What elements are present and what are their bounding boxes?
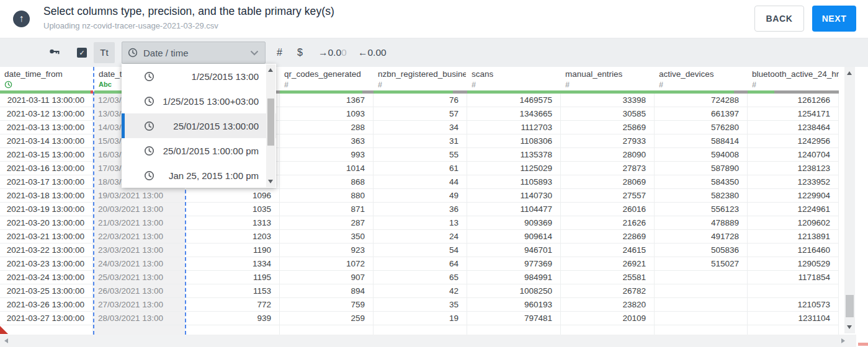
table-cell: 2021-03-26 13:00:00: [0, 298, 93, 312]
grid-column: scans#1469575134366511127031108306113537…: [467, 67, 561, 335]
table-cell: 24: [374, 230, 467, 244]
table-cell: 1209602: [748, 216, 839, 230]
table-cell: 1072: [280, 257, 374, 271]
horizontal-scrollbar[interactable]: [0, 335, 868, 347]
clock-icon: [128, 48, 138, 58]
table-cell: 1469575: [467, 94, 561, 107]
quality-bar-segment: [374, 90, 453, 94]
scrollbar-thumb[interactable]: [846, 295, 854, 317]
key-icon: [49, 46, 61, 56]
format-option[interactable]: 1/25/2015 13:00: [122, 64, 276, 89]
column-header[interactable]: manual_entries#: [561, 67, 655, 90]
table-cell: 2021-03-23 13:00:00: [0, 257, 93, 271]
table-cell: 2021-03-11 13:00:00: [0, 94, 93, 107]
table-cell: 350: [280, 230, 374, 244]
table-cell: [94, 325, 185, 335]
back-button[interactable]: BACK: [754, 6, 804, 32]
column-header[interactable]: date_time_from: [0, 67, 93, 90]
primary-key-icon[interactable]: [49, 46, 61, 59]
quality-bar: [561, 90, 655, 94]
table-cell: 556123: [655, 203, 748, 216]
format-option-label: 25/01/2015 1:00:00 pm: [163, 146, 259, 156]
next-button[interactable]: NEXT: [812, 6, 856, 32]
table-cell: 20/03/2021 13:00: [94, 203, 185, 216]
text-type-button[interactable]: Tt: [94, 42, 115, 63]
scrollbar-thumb[interactable]: [858, 343, 868, 346]
clock-icon: [144, 170, 154, 181]
table-cell: 65: [374, 271, 467, 284]
table-cell: 1313: [186, 216, 280, 230]
table-cell: 28090: [561, 148, 655, 162]
table-cell: 505836: [655, 244, 748, 257]
format-option[interactable]: Jan 25, 2015 1:00 pm: [122, 163, 276, 188]
scroll-up-icon[interactable]: [268, 68, 273, 72]
scroll-left-icon[interactable]: [4, 338, 8, 343]
table-cell: 1014: [280, 162, 374, 175]
column-name: date_t: [99, 69, 122, 79]
table-cell: 977369: [467, 257, 561, 271]
table-cell: 23820: [561, 298, 655, 312]
table-cell: 2021-03-12 13:00:00: [0, 107, 93, 121]
table-cell: 1008250: [467, 284, 561, 298]
currency-type-button[interactable]: $: [297, 47, 303, 58]
decrease-precision-button[interactable]: ←0.00: [358, 47, 387, 58]
column-header[interactable]: scans#: [467, 67, 561, 90]
format-option[interactable]: 25/01/2015 1:00:00 pm: [122, 138, 276, 163]
clock-icon: [144, 71, 154, 82]
table-cell: 2021-03-20 13:00:00: [0, 216, 93, 230]
column-header[interactable]: bluetooth_active_24_hr_#: [748, 67, 839, 90]
table-cell: 923: [280, 244, 374, 257]
table-cell: 724288: [655, 94, 748, 107]
table-cell: 30585: [561, 107, 655, 121]
table-cell: 1238464: [748, 121, 839, 134]
table-cell: 871: [280, 203, 374, 216]
toolbar: ✓ Tt Date / time # $ →0.00 ←0.00: [0, 38, 868, 67]
column-header[interactable]: nzbn_registered_busine#: [374, 67, 467, 90]
table-cell: 27933: [561, 134, 655, 148]
dropdown-scrollbar[interactable]: [266, 64, 275, 187]
scrollbar-thumb[interactable]: [267, 99, 274, 146]
scroll-down-icon[interactable]: [268, 180, 273, 183]
scroll-right-icon[interactable]: [841, 338, 845, 343]
vertical-scrollbar[interactable]: [844, 67, 855, 333]
table-cell: 909369: [467, 216, 561, 230]
table-cell: [655, 298, 748, 312]
table-cell: [655, 325, 748, 335]
table-cell: 907: [280, 271, 374, 284]
chevron-down-icon: [250, 50, 259, 56]
format-option[interactable]: 1/25/2015 13:00+03:00: [122, 89, 276, 113]
page-subtitle: Uploading nz-covid-tracer-usage-2021-03-…: [43, 21, 218, 30]
format-option[interactable]: 25/01/2015 13:00:00: [122, 113, 276, 138]
checkbox-type-button[interactable]: ✓: [77, 48, 87, 58]
table-cell: 2021-03-13 13:00:00: [0, 121, 93, 134]
table-cell: 1096: [186, 189, 280, 203]
increase-precision-button[interactable]: →0.00: [318, 47, 347, 58]
table-cell: 1190: [186, 244, 280, 257]
column-header[interactable]: qr_codes_generated#: [280, 67, 374, 90]
type-select[interactable]: Date / time: [122, 42, 266, 64]
number-type-button[interactable]: #: [277, 47, 282, 58]
scroll-up-icon[interactable]: [847, 71, 852, 75]
table-cell: 42: [374, 284, 467, 298]
grid-column: qr_codes_generated#136710932883639931014…: [280, 67, 374, 335]
table-cell: 33398: [561, 94, 655, 107]
table-cell: [748, 325, 839, 335]
scrollbar-track[interactable]: [0, 335, 856, 347]
table-cell: [748, 284, 839, 298]
table-cell: 1240704: [748, 148, 839, 162]
table-cell: 478889: [655, 216, 748, 230]
table-cell: [561, 325, 655, 335]
table-cell: 55: [374, 148, 467, 162]
scroll-down-icon[interactable]: [847, 325, 852, 329]
table-cell: 35: [374, 298, 467, 312]
table-cell: 13: [374, 216, 467, 230]
table-cell: 1216460: [748, 244, 839, 257]
column-header[interactable]: active_devices#: [655, 67, 748, 90]
table-cell: 2021-03-27 13:00:00: [0, 312, 93, 325]
table-cell: 44: [374, 175, 467, 189]
column-name: qr_codes_generated: [284, 69, 361, 79]
table-cell: 259: [280, 312, 374, 325]
format-option-label: 1/25/2015 13:00: [192, 71, 259, 82]
table-cell: [655, 312, 748, 325]
table-cell: 27557: [561, 189, 655, 203]
